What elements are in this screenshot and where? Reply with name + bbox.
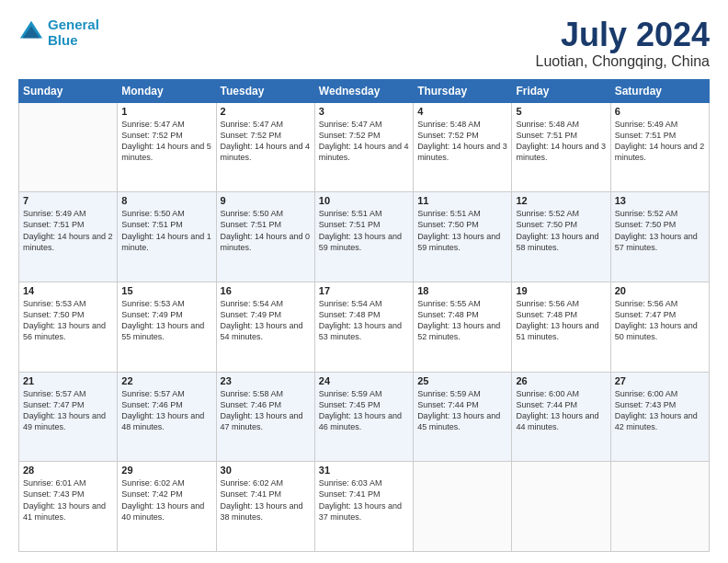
cell-info: Sunrise: 6:00 AMSunset: 7:44 PMDaylight:… — [516, 388, 606, 433]
calendar-cell: 23Sunrise: 5:58 AMSunset: 7:46 PMDayligh… — [216, 372, 314, 462]
calendar-cell — [414, 462, 512, 552]
calendar-cell: 27Sunrise: 6:00 AMSunset: 7:43 PMDayligh… — [610, 372, 709, 462]
cell-info: Sunrise: 5:48 AMSunset: 7:51 PMDaylight:… — [516, 119, 606, 164]
calendar-cell: 2Sunrise: 5:47 AMSunset: 7:52 PMDaylight… — [216, 102, 314, 192]
cell-info: Sunrise: 6:01 AMSunset: 7:43 PMDaylight:… — [23, 477, 113, 523]
cell-info: Sunrise: 5:52 AMSunset: 7:50 PMDaylight:… — [615, 208, 705, 253]
day-number: 8 — [121, 195, 211, 206]
calendar-cell: 21Sunrise: 5:57 AMSunset: 7:47 PMDayligh… — [19, 372, 118, 462]
calendar-cell: 9Sunrise: 5:50 AMSunset: 7:51 PMDaylight… — [216, 192, 314, 282]
day-number: 14 — [23, 285, 113, 296]
calendar-cell: 10Sunrise: 5:51 AMSunset: 7:51 PMDayligh… — [314, 192, 413, 282]
day-number: 6 — [615, 106, 705, 117]
weekday-header-thursday: Thursday — [414, 79, 512, 102]
cell-info: Sunrise: 5:58 AMSunset: 7:46 PMDaylight:… — [221, 388, 311, 433]
calendar-week-row: 21Sunrise: 5:57 AMSunset: 7:47 PMDayligh… — [19, 372, 710, 462]
calendar-cell: 6Sunrise: 5:49 AMSunset: 7:51 PMDaylight… — [610, 102, 709, 192]
day-number: 26 — [516, 375, 606, 386]
logo-icon — [18, 19, 44, 45]
calendar-cell: 19Sunrise: 5:56 AMSunset: 7:48 PMDayligh… — [512, 282, 610, 372]
logo-line2: Blue — [48, 32, 78, 48]
day-number: 22 — [121, 375, 211, 386]
day-number: 27 — [615, 375, 705, 386]
cell-info: Sunrise: 5:57 AMSunset: 7:46 PMDaylight:… — [121, 388, 211, 433]
weekday-header-saturday: Saturday — [610, 79, 709, 102]
day-number: 23 — [221, 375, 311, 386]
cell-info: Sunrise: 6:02 AMSunset: 7:42 PMDaylight:… — [121, 477, 211, 523]
calendar-cell: 31Sunrise: 6:03 AMSunset: 7:41 PMDayligh… — [314, 462, 413, 552]
day-number: 10 — [319, 195, 409, 206]
calendar-cell: 29Sunrise: 6:02 AMSunset: 7:42 PMDayligh… — [118, 462, 216, 552]
cell-info: Sunrise: 5:53 AMSunset: 7:50 PMDaylight:… — [23, 298, 113, 343]
day-number: 30 — [221, 465, 311, 476]
calendar-cell: 7Sunrise: 5:49 AMSunset: 7:51 PMDaylight… — [19, 192, 118, 282]
cell-info: Sunrise: 5:50 AMSunset: 7:51 PMDaylight:… — [221, 208, 311, 253]
day-number: 2 — [221, 106, 311, 117]
day-number: 1 — [121, 106, 211, 117]
cell-info: Sunrise: 5:47 AMSunset: 7:52 PMDaylight:… — [319, 119, 409, 164]
calendar-cell: 3Sunrise: 5:47 AMSunset: 7:52 PMDaylight… — [314, 102, 413, 192]
day-number: 16 — [221, 285, 311, 296]
day-number: 9 — [221, 195, 311, 206]
calendar-cell: 1Sunrise: 5:47 AMSunset: 7:52 PMDaylight… — [118, 102, 216, 192]
weekday-header-sunday: Sunday — [19, 79, 118, 102]
calendar-table: SundayMondayTuesdayWednesdayThursdayFrid… — [18, 79, 710, 552]
weekday-header-wednesday: Wednesday — [314, 79, 413, 102]
calendar-cell — [512, 462, 610, 552]
calendar-header-row: SundayMondayTuesdayWednesdayThursdayFrid… — [19, 79, 710, 102]
weekday-header-tuesday: Tuesday — [216, 79, 314, 102]
calendar-week-row: 1Sunrise: 5:47 AMSunset: 7:52 PMDaylight… — [19, 102, 710, 192]
cell-info: Sunrise: 5:51 AMSunset: 7:50 PMDaylight:… — [417, 208, 507, 253]
calendar-cell: 26Sunrise: 6:00 AMSunset: 7:44 PMDayligh… — [512, 372, 610, 462]
day-number: 5 — [516, 106, 606, 117]
day-number: 28 — [23, 465, 113, 476]
calendar-cell: 30Sunrise: 6:02 AMSunset: 7:41 PMDayligh… — [216, 462, 314, 552]
cell-info: Sunrise: 6:02 AMSunset: 7:41 PMDaylight:… — [221, 477, 311, 523]
cell-info: Sunrise: 5:54 AMSunset: 7:48 PMDaylight:… — [319, 298, 409, 343]
logo-text: General Blue — [48, 17, 99, 49]
title-block: July 2024 Luotian, Chongqing, China — [536, 17, 710, 70]
calendar-cell: 17Sunrise: 5:54 AMSunset: 7:48 PMDayligh… — [314, 282, 413, 372]
cell-info: Sunrise: 5:47 AMSunset: 7:52 PMDaylight:… — [221, 119, 311, 164]
day-number: 11 — [417, 195, 507, 206]
calendar-week-row: 14Sunrise: 5:53 AMSunset: 7:50 PMDayligh… — [19, 282, 710, 372]
day-number: 15 — [121, 285, 211, 296]
cell-info: Sunrise: 5:59 AMSunset: 7:44 PMDaylight:… — [417, 388, 507, 433]
day-number: 13 — [615, 195, 705, 206]
cell-info: Sunrise: 5:56 AMSunset: 7:48 PMDaylight:… — [516, 298, 606, 343]
calendar-cell: 5Sunrise: 5:48 AMSunset: 7:51 PMDaylight… — [512, 102, 610, 192]
cell-info: Sunrise: 5:59 AMSunset: 7:45 PMDaylight:… — [319, 388, 409, 433]
subtitle: Luotian, Chongqing, China — [536, 53, 710, 70]
cell-info: Sunrise: 6:00 AMSunset: 7:43 PMDaylight:… — [615, 388, 705, 433]
calendar-cell: 15Sunrise: 5:53 AMSunset: 7:49 PMDayligh… — [118, 282, 216, 372]
cell-info: Sunrise: 5:52 AMSunset: 7:50 PMDaylight:… — [516, 208, 606, 253]
day-number: 31 — [319, 465, 409, 476]
cell-info: Sunrise: 5:55 AMSunset: 7:48 PMDaylight:… — [417, 298, 507, 343]
cell-info: Sunrise: 5:47 AMSunset: 7:52 PMDaylight:… — [121, 119, 211, 164]
main-title: July 2024 — [536, 17, 710, 53]
calendar-week-row: 7Sunrise: 5:49 AMSunset: 7:51 PMDaylight… — [19, 192, 710, 282]
calendar-week-row: 28Sunrise: 6:01 AMSunset: 7:43 PMDayligh… — [19, 462, 710, 552]
cell-info: Sunrise: 5:49 AMSunset: 7:51 PMDaylight:… — [615, 119, 705, 164]
calendar-cell: 12Sunrise: 5:52 AMSunset: 7:50 PMDayligh… — [512, 192, 610, 282]
cell-info: Sunrise: 5:51 AMSunset: 7:51 PMDaylight:… — [319, 208, 409, 253]
cell-info: Sunrise: 5:57 AMSunset: 7:47 PMDaylight:… — [23, 388, 113, 433]
weekday-header-friday: Friday — [512, 79, 610, 102]
logo: General Blue — [18, 17, 99, 49]
cell-info: Sunrise: 5:50 AMSunset: 7:51 PMDaylight:… — [121, 208, 211, 253]
calendar-cell: 22Sunrise: 5:57 AMSunset: 7:46 PMDayligh… — [118, 372, 216, 462]
header: General Blue July 2024 Luotian, Chongqin… — [18, 17, 710, 70]
calendar-cell: 24Sunrise: 5:59 AMSunset: 7:45 PMDayligh… — [314, 372, 413, 462]
cell-info: Sunrise: 5:48 AMSunset: 7:52 PMDaylight:… — [417, 119, 507, 164]
weekday-header-monday: Monday — [118, 79, 216, 102]
day-number: 25 — [417, 375, 507, 386]
cell-info: Sunrise: 5:56 AMSunset: 7:47 PMDaylight:… — [615, 298, 705, 343]
cell-info: Sunrise: 5:54 AMSunset: 7:49 PMDaylight:… — [221, 298, 311, 343]
calendar-cell: 4Sunrise: 5:48 AMSunset: 7:52 PMDaylight… — [414, 102, 512, 192]
day-number: 17 — [319, 285, 409, 296]
calendar-cell — [19, 102, 118, 192]
day-number: 19 — [516, 285, 606, 296]
cell-info: Sunrise: 6:03 AMSunset: 7:41 PMDaylight:… — [319, 477, 409, 523]
page: General Blue July 2024 Luotian, Chongqin… — [0, 0, 728, 563]
logo-line1: General — [48, 17, 99, 32]
